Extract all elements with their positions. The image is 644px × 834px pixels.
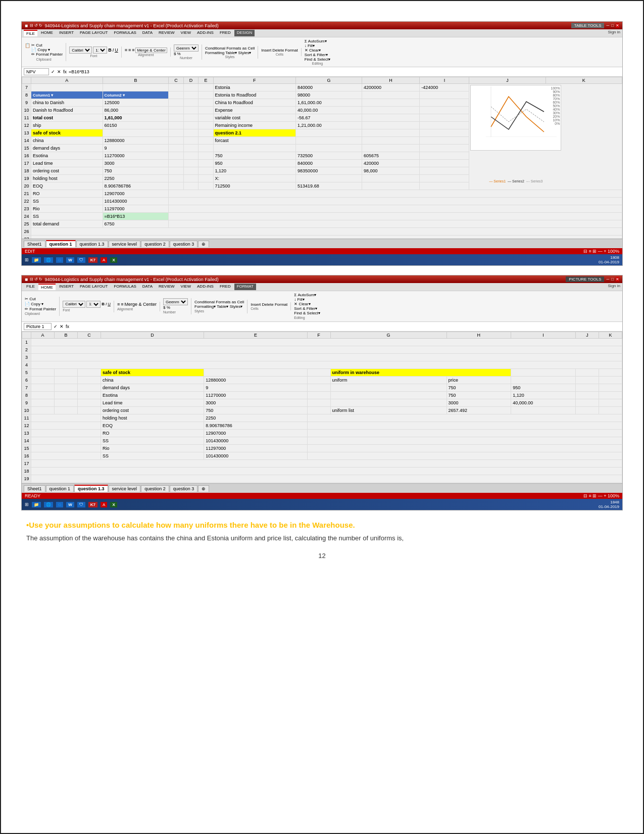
cell-C20[interactable] xyxy=(169,182,183,190)
cell2-A8[interactable] xyxy=(31,392,55,399)
tab2-insert[interactable]: INSERT xyxy=(57,284,76,290)
cell-B8[interactable]: Column2 ▾ xyxy=(103,91,169,99)
cell-I7[interactable]: -424000 xyxy=(420,84,469,91)
cell-B12[interactable]: 60150 xyxy=(103,122,169,129)
cell2-J9[interactable] xyxy=(575,399,599,407)
cell-E10[interactable] xyxy=(199,107,213,114)
underline-btn[interactable]: U xyxy=(115,48,118,53)
cell2-B5[interactable] xyxy=(54,369,77,377)
cell-F11[interactable]: variable cost xyxy=(213,114,296,122)
sheet-tab-add[interactable]: ⊕ xyxy=(198,241,209,247)
bold-btn[interactable]: B xyxy=(108,48,112,53)
cell-D12[interactable] xyxy=(183,122,198,129)
cell-F12[interactable]: Remaining income xyxy=(213,122,296,129)
tab2-file[interactable]: FILE xyxy=(24,284,37,290)
cell-A17[interactable]: Lead time xyxy=(31,160,103,167)
cell2-D13[interactable]: RO xyxy=(101,430,204,437)
autosum-btn[interactable]: Σ AutoSum▾ xyxy=(305,39,327,43)
align-center-icon-2[interactable]: ≡ xyxy=(121,302,123,307)
tab-formulas[interactable]: FORMULAS xyxy=(111,30,138,36)
format-cells-btn-2[interactable]: Format xyxy=(275,302,287,307)
word-icon-2[interactable]: W xyxy=(66,502,74,507)
window-close-2[interactable]: ✕ xyxy=(616,277,619,282)
cell-D17[interactable] xyxy=(183,160,198,167)
cell-G13[interactable] xyxy=(296,129,362,137)
acrobat-icon-1[interactable]: A xyxy=(101,257,107,263)
cell2-F6[interactable] xyxy=(307,377,330,384)
cell-D13[interactable] xyxy=(183,129,198,137)
cell-F17[interactable]: 950 xyxy=(213,160,296,167)
cell-C9[interactable] xyxy=(169,99,183,107)
sheet-tab2-question2[interactable]: question 2 xyxy=(141,485,169,492)
cell-E14[interactable] xyxy=(199,137,213,145)
cell-A11[interactable]: total cost xyxy=(31,114,103,122)
cell-F19[interactable]: X: xyxy=(213,175,296,182)
align-right-icon[interactable]: ≡ xyxy=(132,48,134,53)
merge-center-btn-2[interactable]: Merge & Center xyxy=(124,302,157,307)
cell-C17[interactable] xyxy=(169,160,183,167)
cell2-E5[interactable] xyxy=(204,369,307,377)
cell-I14[interactable] xyxy=(420,137,469,145)
formula-cancel-icon-2[interactable]: ✕ xyxy=(60,324,64,329)
cell-E19[interactable] xyxy=(199,175,213,182)
formula-confirm-icon-2[interactable]: ✓ xyxy=(54,324,58,329)
cell2-K10[interactable] xyxy=(599,407,622,414)
cell2-E15[interactable]: 11297000 xyxy=(204,445,307,452)
cell2-D16[interactable]: SS xyxy=(101,452,204,460)
fill-btn[interactable]: ↓ Fill▾ xyxy=(305,43,315,48)
cell-styles-btn[interactable]: Cell xyxy=(247,46,255,51)
cell2-D9[interactable]: Lead time xyxy=(101,399,204,407)
cell-D18[interactable] xyxy=(183,167,198,175)
cell-D9[interactable] xyxy=(183,99,198,107)
cell2-D6[interactable]: china xyxy=(101,377,204,384)
cell2-B10[interactable] xyxy=(54,407,77,414)
cell2-D14[interactable]: SS xyxy=(101,437,204,445)
cell-E18[interactable] xyxy=(199,167,213,175)
tab2-addins[interactable]: ADD-INS xyxy=(194,284,216,290)
name-box-1[interactable]: NPV xyxy=(24,68,49,75)
cell-E11[interactable] xyxy=(199,114,213,122)
cell-A9[interactable]: china to Danish xyxy=(31,99,103,107)
shield-icon-1[interactable]: 🛡 xyxy=(77,257,85,263)
italic-btn-2[interactable]: I xyxy=(106,302,107,306)
cell2-H9[interactable]: 3000 xyxy=(447,399,511,407)
cell-H17[interactable]: 420000 xyxy=(362,160,419,167)
cell-I15[interactable] xyxy=(420,145,469,152)
tab2-review[interactable]: REVIEW xyxy=(156,284,177,290)
cell2-I9[interactable]: 40,000.00 xyxy=(511,399,576,407)
tab-design[interactable]: DESIGN xyxy=(234,30,255,36)
cell2-D10[interactable]: ordering cost xyxy=(101,407,204,414)
name-box-2[interactable]: Picture 1 xyxy=(24,323,52,330)
cell-A20[interactable]: EOQ xyxy=(31,182,103,190)
window-restore[interactable]: □ xyxy=(611,23,614,28)
cell2-J6[interactable] xyxy=(575,377,599,384)
cell2-I7[interactable]: 950 xyxy=(511,384,576,392)
sheet-tab-question3[interactable]: question 3 xyxy=(170,241,198,247)
paste-icon[interactable]: 📋 xyxy=(25,43,30,57)
cell-G12[interactable]: 1,21,000.00 xyxy=(296,122,362,129)
cell2-G6[interactable]: uniform xyxy=(330,377,447,384)
cell2-E12[interactable]: 8.906786786 xyxy=(204,422,307,430)
font-size-select-2[interactable]: 11 xyxy=(86,301,101,308)
sheet-tab-service-level[interactable]: service level xyxy=(109,241,141,247)
cell-C16[interactable] xyxy=(169,152,183,160)
tab-file[interactable]: FILE xyxy=(24,30,37,36)
cell-E7[interactable] xyxy=(199,84,213,91)
cell-H8[interactable] xyxy=(362,91,419,99)
cell-B11[interactable]: 1,61,000 xyxy=(103,114,169,122)
cell2-C7[interactable] xyxy=(77,384,101,392)
cell-H11[interactable] xyxy=(362,114,419,122)
clear-btn-2[interactable]: ✕ Clear▾ xyxy=(294,302,310,306)
tab-page-layout[interactable]: PAGE LAYOUT xyxy=(77,30,110,36)
cell-H15[interactable] xyxy=(362,145,419,152)
cell-I10[interactable] xyxy=(420,107,469,114)
fill-btn-2[interactable]: ↓ Fill▾ xyxy=(294,297,304,302)
cell2-A6[interactable] xyxy=(31,377,55,384)
chrome-icon-1[interactable]: G xyxy=(56,257,63,263)
cell-I20[interactable] xyxy=(420,182,469,190)
cell2-D8[interactable]: Esotina xyxy=(101,392,204,399)
cell-E8[interactable] xyxy=(199,91,213,99)
cell-H10[interactable] xyxy=(362,107,419,114)
cell2-B8[interactable] xyxy=(54,392,77,399)
tab-view[interactable]: VIEW xyxy=(178,30,193,36)
